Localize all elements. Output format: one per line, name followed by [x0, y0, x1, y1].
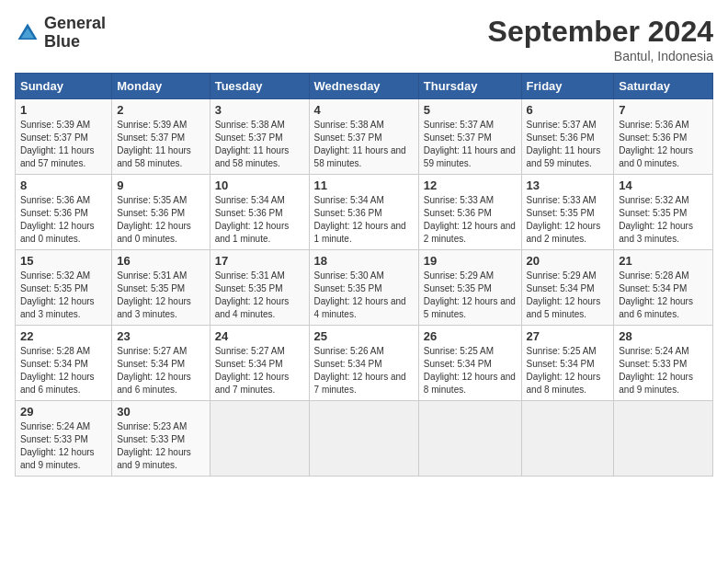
- calendar-cell: 15 Sunrise: 5:32 AM Sunset: 5:35 PM Dayl…: [16, 250, 112, 326]
- day-number: 25: [314, 329, 414, 343]
- day-info: Sunrise: 5:30 AM Sunset: 5:35 PM Dayligh…: [314, 270, 414, 321]
- day-info: Sunrise: 5:36 AM Sunset: 5:36 PM Dayligh…: [619, 119, 708, 170]
- calendar-week-row: 8 Sunrise: 5:36 AM Sunset: 5:36 PM Dayli…: [16, 175, 713, 250]
- day-info: Sunrise: 5:39 AM Sunset: 5:37 PM Dayligh…: [20, 119, 107, 170]
- calendar-cell: [210, 401, 309, 477]
- calendar-cell: 7 Sunrise: 5:36 AM Sunset: 5:36 PM Dayli…: [614, 99, 713, 175]
- calendar-header-sunday: Sunday: [16, 74, 112, 99]
- calendar-header-row: SundayMondayTuesdayWednesdayThursdayFrid…: [16, 74, 713, 99]
- calendar-week-row: 15 Sunrise: 5:32 AM Sunset: 5:35 PM Dayl…: [16, 250, 713, 326]
- calendar-cell: 26 Sunrise: 5:25 AM Sunset: 5:34 PM Dayl…: [418, 326, 521, 401]
- calendar-cell: 16 Sunrise: 5:31 AM Sunset: 5:35 PM Dayl…: [112, 250, 210, 326]
- day-info: Sunrise: 5:34 AM Sunset: 5:36 PM Dayligh…: [314, 194, 414, 246]
- calendar-header-thursday: Thursday: [418, 74, 521, 99]
- day-info: Sunrise: 5:34 AM Sunset: 5:36 PM Dayligh…: [215, 194, 304, 246]
- calendar-cell: 23 Sunrise: 5:27 AM Sunset: 5:34 PM Dayl…: [112, 326, 210, 401]
- day-number: 24: [215, 329, 304, 343]
- calendar-cell: 1 Sunrise: 5:39 AM Sunset: 5:37 PM Dayli…: [16, 99, 112, 175]
- calendar-cell: 3 Sunrise: 5:38 AM Sunset: 5:37 PM Dayli…: [210, 99, 309, 175]
- calendar-cell: 9 Sunrise: 5:35 AM Sunset: 5:36 PM Dayli…: [112, 175, 210, 250]
- day-number: 11: [314, 178, 414, 192]
- logo-icon: [15, 20, 40, 46]
- calendar-cell: 10 Sunrise: 5:34 AM Sunset: 5:36 PM Dayl…: [210, 175, 309, 250]
- day-info: Sunrise: 5:37 AM Sunset: 5:37 PM Dayligh…: [424, 119, 517, 170]
- day-number: 18: [314, 254, 414, 268]
- calendar-cell: 12 Sunrise: 5:33 AM Sunset: 5:36 PM Dayl…: [418, 175, 521, 250]
- day-info: Sunrise: 5:31 AM Sunset: 5:35 PM Dayligh…: [215, 270, 304, 321]
- day-info: Sunrise: 5:36 AM Sunset: 5:36 PM Dayligh…: [20, 194, 107, 246]
- day-info: Sunrise: 5:24 AM Sunset: 5:33 PM Dayligh…: [619, 345, 708, 396]
- calendar-cell: 30 Sunrise: 5:23 AM Sunset: 5:33 PM Dayl…: [112, 401, 210, 477]
- day-number: 6: [527, 103, 609, 117]
- calendar-cell: 18 Sunrise: 5:30 AM Sunset: 5:35 PM Dayl…: [309, 250, 418, 326]
- day-info: Sunrise: 5:33 AM Sunset: 5:36 PM Dayligh…: [424, 194, 517, 246]
- day-number: 22: [20, 329, 107, 343]
- calendar-cell: [418, 401, 521, 477]
- day-number: 12: [424, 178, 517, 192]
- day-info: Sunrise: 5:24 AM Sunset: 5:33 PM Dayligh…: [20, 420, 107, 472]
- calendar-week-row: 29 Sunrise: 5:24 AM Sunset: 5:33 PM Dayl…: [16, 401, 713, 477]
- day-number: 2: [117, 103, 204, 117]
- calendar-week-row: 22 Sunrise: 5:28 AM Sunset: 5:34 PM Dayl…: [16, 326, 713, 401]
- calendar-cell: [614, 401, 713, 477]
- calendar-cell: 24 Sunrise: 5:27 AM Sunset: 5:34 PM Dayl…: [210, 326, 309, 401]
- calendar-week-row: 1 Sunrise: 5:39 AM Sunset: 5:37 PM Dayli…: [16, 99, 713, 175]
- day-info: Sunrise: 5:23 AM Sunset: 5:33 PM Dayligh…: [117, 420, 204, 472]
- day-info: Sunrise: 5:37 AM Sunset: 5:36 PM Dayligh…: [527, 119, 609, 170]
- day-number: 15: [20, 254, 107, 268]
- day-number: 13: [527, 178, 609, 192]
- day-info: Sunrise: 5:27 AM Sunset: 5:34 PM Dayligh…: [117, 345, 204, 396]
- day-number: 28: [619, 329, 708, 343]
- calendar-cell: 2 Sunrise: 5:39 AM Sunset: 5:37 PM Dayli…: [112, 99, 210, 175]
- calendar-cell: 17 Sunrise: 5:31 AM Sunset: 5:35 PM Dayl…: [210, 250, 309, 326]
- day-number: 5: [424, 103, 517, 117]
- day-info: Sunrise: 5:29 AM Sunset: 5:34 PM Dayligh…: [527, 270, 609, 321]
- day-number: 4: [314, 103, 414, 117]
- calendar-cell: 22 Sunrise: 5:28 AM Sunset: 5:34 PM Dayl…: [16, 326, 112, 401]
- calendar-cell: 27 Sunrise: 5:25 AM Sunset: 5:34 PM Dayl…: [521, 326, 614, 401]
- day-number: 17: [215, 254, 304, 268]
- calendar-header-friday: Friday: [521, 74, 614, 99]
- day-info: Sunrise: 5:33 AM Sunset: 5:35 PM Dayligh…: [527, 194, 609, 246]
- calendar-table: SundayMondayTuesdayWednesdayThursdayFrid…: [15, 73, 713, 477]
- day-info: Sunrise: 5:35 AM Sunset: 5:36 PM Dayligh…: [117, 194, 204, 246]
- day-info: Sunrise: 5:25 AM Sunset: 5:34 PM Dayligh…: [424, 345, 517, 396]
- day-info: Sunrise: 5:28 AM Sunset: 5:34 PM Dayligh…: [619, 270, 708, 321]
- day-info: Sunrise: 5:31 AM Sunset: 5:35 PM Dayligh…: [117, 270, 204, 321]
- page-subtitle: Bantul, Indonesia: [488, 49, 713, 63]
- day-info: Sunrise: 5:39 AM Sunset: 5:37 PM Dayligh…: [117, 119, 204, 170]
- day-number: 21: [619, 254, 708, 268]
- calendar-cell: 6 Sunrise: 5:37 AM Sunset: 5:36 PM Dayli…: [521, 99, 614, 175]
- day-number: 19: [424, 254, 517, 268]
- calendar-cell: 11 Sunrise: 5:34 AM Sunset: 5:36 PM Dayl…: [309, 175, 418, 250]
- day-number: 20: [527, 254, 609, 268]
- day-info: Sunrise: 5:27 AM Sunset: 5:34 PM Dayligh…: [215, 345, 304, 396]
- day-info: Sunrise: 5:38 AM Sunset: 5:37 PM Dayligh…: [215, 119, 304, 170]
- day-number: 1: [20, 103, 107, 117]
- calendar-cell: 28 Sunrise: 5:24 AM Sunset: 5:33 PM Dayl…: [614, 326, 713, 401]
- calendar-cell: 19 Sunrise: 5:29 AM Sunset: 5:35 PM Dayl…: [418, 250, 521, 326]
- day-info: Sunrise: 5:25 AM Sunset: 5:34 PM Dayligh…: [527, 345, 609, 396]
- calendar-cell: 8 Sunrise: 5:36 AM Sunset: 5:36 PM Dayli…: [16, 175, 112, 250]
- day-number: 26: [424, 329, 517, 343]
- day-number: 10: [215, 178, 304, 192]
- calendar-cell: 13 Sunrise: 5:33 AM Sunset: 5:35 PM Dayl…: [521, 175, 614, 250]
- calendar-cell: 29 Sunrise: 5:24 AM Sunset: 5:33 PM Dayl…: [16, 401, 112, 477]
- day-info: Sunrise: 5:29 AM Sunset: 5:35 PM Dayligh…: [424, 270, 517, 321]
- day-number: 9: [117, 178, 204, 192]
- logo-text: General Blue: [44, 15, 106, 52]
- title-block: September 2024 Bantul, Indonesia: [488, 15, 713, 63]
- calendar-cell: [521, 401, 614, 477]
- day-info: Sunrise: 5:38 AM Sunset: 5:37 PM Dayligh…: [314, 119, 414, 170]
- calendar-cell: 4 Sunrise: 5:38 AM Sunset: 5:37 PM Dayli…: [309, 99, 418, 175]
- calendar-header-wednesday: Wednesday: [309, 74, 418, 99]
- page-header: General Blue September 2024 Bantul, Indo…: [15, 15, 713, 63]
- calendar-header-monday: Monday: [112, 74, 210, 99]
- day-number: 8: [20, 178, 107, 192]
- logo: General Blue: [15, 15, 106, 52]
- day-info: Sunrise: 5:32 AM Sunset: 5:35 PM Dayligh…: [20, 270, 107, 321]
- calendar-cell: 14 Sunrise: 5:32 AM Sunset: 5:35 PM Dayl…: [614, 175, 713, 250]
- day-number: 29: [20, 405, 107, 419]
- day-number: 3: [215, 103, 304, 117]
- calendar-cell: 21 Sunrise: 5:28 AM Sunset: 5:34 PM Dayl…: [614, 250, 713, 326]
